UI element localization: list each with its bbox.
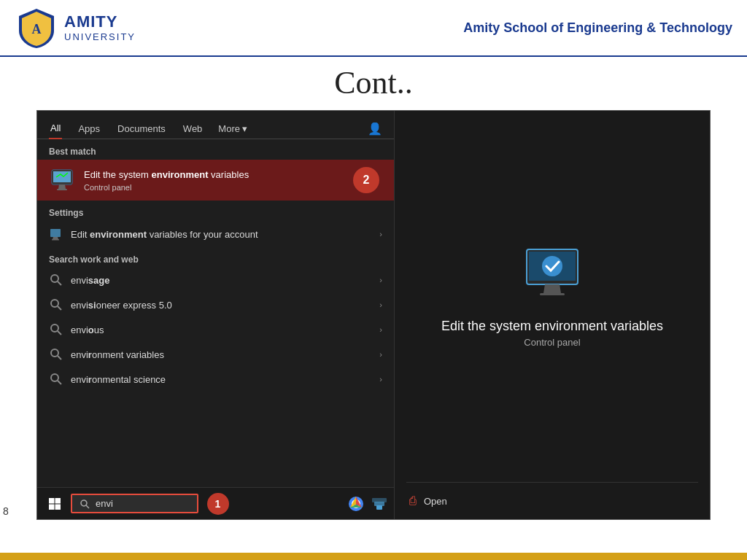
web-item-3[interactable]: envious › [37,317,394,342]
header: A AMITY UNIVERSITY Amity School of Engin… [0,0,747,57]
web-text-1: envisage [71,275,379,286]
badge-1: 1 [207,493,229,515]
svg-rect-6 [50,229,61,237]
settings-icon [49,227,63,241]
chevron-right-icon-5: › [379,375,382,384]
best-match-text: Edit the system environment variables Co… [84,168,382,192]
right-panel: Edit the system environment variables Co… [395,111,710,519]
person-icon: 👤 [368,122,382,136]
svg-point-22 [81,500,87,506]
badge-2: 2 [353,167,379,193]
header-title: Amity School of Engineering & Technology [463,20,732,36]
svg-point-12 [51,324,58,332]
chevron-down-icon: ▾ [242,123,247,134]
taskbar-icons [347,495,388,513]
svg-rect-20 [49,504,55,510]
tab-documents[interactable]: Documents [116,119,167,139]
web-item-4[interactable]: environment variables › [37,342,394,367]
svg-rect-7 [52,239,59,241]
web-item-5[interactable]: environmental science › [37,367,394,392]
logo-amity: AMITY [64,12,136,31]
right-icon [519,246,585,307]
tab-more[interactable]: More ▾ [218,123,247,134]
chevron-right-icon: › [379,230,382,238]
svg-point-10 [51,300,58,307]
search-icon-4 [49,347,63,362]
open-label: Open [424,496,447,507]
svg-text:A: A [32,22,42,36]
taskbar-search-icon [80,499,90,509]
amity-logo-icon: A [15,6,58,50]
svg-point-16 [51,374,58,381]
best-match-label: Best match [37,139,394,160]
taskbar: envi 1 [37,487,394,519]
tab-all[interactable]: All [49,118,62,139]
search-icon-2 [49,298,63,312]
svg-line-11 [58,306,61,310]
open-action[interactable]: ⎙ Open [409,490,695,512]
web-text-4: environment variables [71,349,379,360]
svg-point-8 [51,275,58,282]
svg-rect-19 [55,498,61,504]
chrome-icon [347,495,365,513]
logo-area: A AMITY UNIVERSITY [15,6,136,50]
monitor-icon [49,167,75,193]
page-number: 8 [3,505,9,517]
search-icon-3 [49,322,63,337]
chevron-right-icon-1: › [379,276,382,284]
svg-rect-33 [540,293,565,295]
settings-text: Edit environment variables for your acco… [71,229,379,240]
open-icon: ⎙ [409,494,417,508]
svg-point-32 [542,256,562,276]
results-content: Best match Edit the system envir [37,139,394,487]
taskbar-search-text: envi [96,498,113,509]
best-match-subtitle: Control panel [84,183,382,192]
svg-rect-21 [55,504,61,510]
svg-line-23 [86,505,89,508]
svg-rect-18 [49,498,55,504]
search-tabs: All Apps Documents Web More ▾ 👤 [37,111,394,139]
page-title: Cont.. [0,64,747,101]
svg-line-17 [58,381,61,384]
tab-apps[interactable]: Apps [77,119,101,139]
web-text-5: environmental science [71,374,379,385]
right-panel-subtitle: Control panel [524,337,580,348]
windows-start-button[interactable] [43,492,66,516]
svg-line-13 [58,331,61,335]
search-icon-1 [49,273,63,287]
network-icon [371,495,388,513]
best-match-title: Edit the system environment variables [84,168,382,182]
settings-label: Settings [37,201,394,221]
web-text-2: envisioneer express 5.0 [71,300,379,311]
chevron-right-icon-2: › [379,300,382,309]
page-title-area: Cont.. [0,57,747,110]
web-item-1[interactable]: envisage › [37,268,394,292]
chevron-right-icon-3: › [379,325,382,334]
taskbar-search[interactable]: envi [71,494,198,513]
logo-text: AMITY UNIVERSITY [64,12,136,43]
svg-rect-3 [53,171,71,182]
best-match-item[interactable]: Edit the system environment variables Co… [37,160,394,201]
right-monitor-icon [519,246,585,304]
chevron-right-icon-4: › [379,350,382,359]
svg-line-9 [58,281,61,285]
windows-icon [48,497,61,510]
search-icon-5 [49,372,63,386]
settings-item[interactable]: Edit environment variables for your acco… [37,221,394,247]
web-item-2[interactable]: envisioneer express 5.0 › [37,292,394,317]
right-panel-title: Edit the system environment variables [441,319,663,334]
screenshot-wrapper: All Apps Documents Web More ▾ 👤 Best mat… [36,110,711,520]
search-panel: All Apps Documents Web More ▾ 👤 Best mat… [37,111,395,519]
gold-bar [0,553,747,560]
logo-university: UNIVERSITY [64,31,136,43]
tab-web[interactable]: Web [182,119,204,139]
web-text-3: envious [71,324,379,335]
svg-line-15 [58,356,61,359]
web-label: Search work and web [37,247,394,268]
right-top: Edit the system environment variables Co… [395,111,710,482]
svg-rect-4 [57,189,67,190]
right-actions: ⎙ Open [395,483,710,519]
win-screen: All Apps Documents Web More ▾ 👤 Best mat… [37,111,710,519]
svg-point-14 [51,349,58,357]
svg-rect-29 [372,498,387,502]
